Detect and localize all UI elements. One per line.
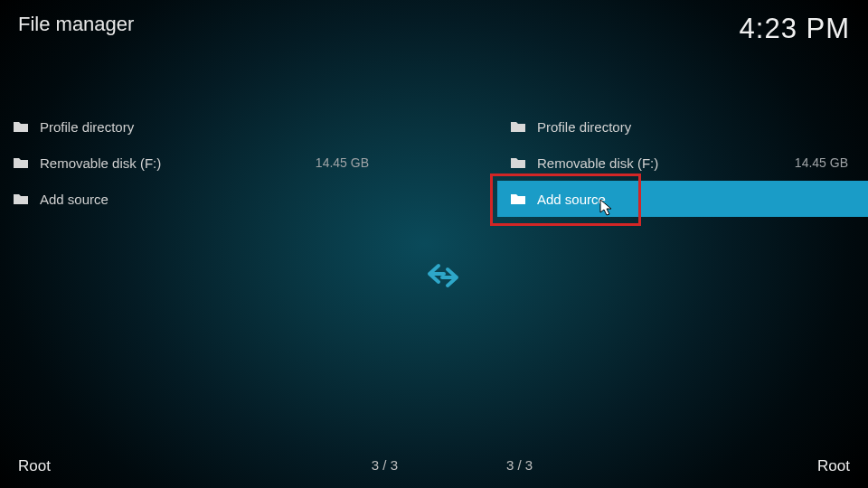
list-item-add-source[interactable]: Add source [0,181,389,217]
item-label: Removable disk (F:) [40,155,316,171]
folder-icon [13,156,29,169]
item-label: Add source [537,192,848,207]
left-pane: Profile directory Removable disk (F:) 14… [0,108,389,438]
footer: Root 3 / 3 3 / 3 Root [18,457,850,475]
right-path-label: Root [817,457,850,475]
list-item[interactable]: Profile directory [0,108,389,145]
item-meta: 14.45 GB [795,155,848,170]
transfer-arrows-icon [424,258,462,289]
folder-icon [13,192,29,205]
list-item[interactable]: Removable disk (F:) 14.45 GB [497,145,868,181]
item-label: Add source [40,192,369,207]
page-title: File manager [18,13,134,36]
clock: 4:23 PM [740,13,850,45]
item-label: Removable disk (F:) [537,155,795,171]
list-item[interactable]: Profile directory [497,108,868,145]
left-count: 3 / 3 [372,457,398,475]
panes: Profile directory Removable disk (F:) 14… [0,108,868,438]
right-count: 3 / 3 [506,457,533,475]
folder-icon [510,156,526,169]
item-meta: 14.45 GB [316,155,369,170]
folder-icon [13,120,29,133]
folder-icon [510,192,526,205]
header: File manager 4:23 PM [18,13,850,45]
left-path-label: Root [18,457,51,475]
right-pane: Profile directory Removable disk (F:) 14… [497,108,868,438]
list-item-add-source[interactable]: Add source [497,181,868,217]
item-label: Profile directory [40,119,369,135]
mid-divider [389,108,497,438]
item-label: Profile directory [537,119,848,135]
folder-icon [510,120,526,133]
list-item[interactable]: Removable disk (F:) 14.45 GB [0,145,389,181]
